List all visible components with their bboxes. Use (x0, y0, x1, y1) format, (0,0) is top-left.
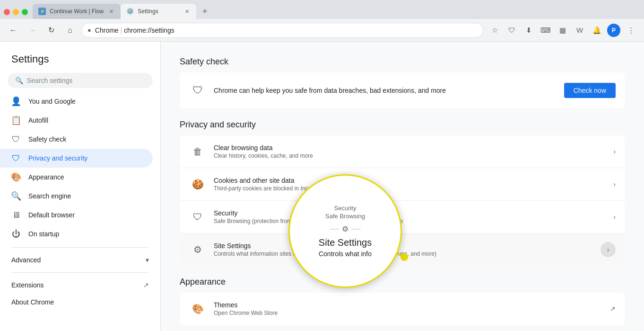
appearance-card: 🎨 Themes Open Chrome Web Store ↗ (180, 293, 625, 325)
minimize-window-button[interactable] (13, 9, 19, 15)
address-bar[interactable]: ● Chrome | chrome://settings (81, 23, 483, 38)
sidebar-divider (11, 247, 149, 248)
cookies-subtitle: Third-party cookies are blocked in Incog… (214, 185, 606, 192)
reload-button[interactable]: ↻ (44, 23, 59, 38)
sidebar-search-engine-label: Search engine (28, 192, 71, 200)
bookmark-icon[interactable]: ☆ (487, 23, 502, 38)
cookies-arrow: › (613, 180, 616, 188)
sidebar-item-appearance[interactable]: 🎨 Appearance (0, 168, 153, 187)
tab-continue-work[interactable]: ⚡ Continue Work | Flow ✕ (33, 4, 121, 19)
search-engine-icon: 🔍 (11, 191, 21, 201)
mag-top-label: Security (297, 205, 393, 212)
tab-settings[interactable]: ⚙️ Settings ✕ (121, 4, 196, 19)
site-settings-item[interactable]: ⚙ Site Settings Controls what informatio… (180, 233, 625, 266)
sidebar-on-startup-label: On startup (28, 230, 59, 238)
mag-main-title: Site Settings (297, 237, 393, 248)
tabs-row: ⚡ Continue Work | Flow ✕ ⚙️ Settings ✕ + (33, 4, 640, 19)
sidebar-item-search-engine[interactable]: 🔍 Search engine (0, 187, 153, 206)
browser-frame: ⚡ Continue Work | Flow ✕ ⚙️ Settings ✕ +… (0, 0, 644, 331)
startup-icon: ⏻ (11, 229, 21, 239)
search-placeholder: Search settings (27, 77, 73, 84)
sidebar-item-about[interactable]: About Chrome (0, 294, 160, 311)
check-now-button[interactable]: Check now (564, 83, 616, 98)
themes-item[interactable]: 🎨 Themes Open Chrome Web Store ↗ (180, 293, 625, 325)
keyboard-icon[interactable]: ⌨ (538, 23, 553, 38)
safety-icon: 🛡 (11, 134, 21, 144)
traffic-lights (4, 9, 28, 19)
safety-check-section-header: Safety check (180, 53, 625, 67)
themes-arrow: ↗ (610, 305, 616, 313)
privacy-security-section-header: Privacy and security (180, 116, 625, 130)
themes-text: Themes Open Chrome Web Store (214, 301, 602, 316)
site-settings-arrow-button[interactable]: › (600, 242, 616, 257)
security-title: Security (214, 209, 606, 217)
security-arrow: › (613, 213, 616, 221)
search-container: 🔍 Search settings (0, 73, 160, 92)
safety-check-text: Chrome can help keep you safe from data … (214, 87, 557, 94)
sidebar-privacy-label: Privacy and security (28, 154, 87, 162)
security-item[interactable]: 🛡 Security Safe Browsing (protection fro… (180, 201, 625, 233)
clear-browsing-subtitle: Clear history, cookies, cache, and more (214, 152, 606, 159)
sidebar-item-safety-check[interactable]: 🛡 Safety check (0, 130, 153, 149)
extension-shield-icon[interactable]: 🛡 (504, 23, 519, 38)
site-settings-icon: ⚙ (189, 241, 206, 258)
mag-main-subtitle: Controls what info (297, 250, 393, 258)
sidebar-default-browser-label: Default browser (28, 211, 75, 219)
sidebar-item-autofill[interactable]: 📋 Autofill (0, 111, 153, 130)
magnifier-overlay: Security Safe Browsing ⚙ Site Settings C… (288, 174, 402, 288)
new-tab-button[interactable]: + (198, 5, 211, 18)
cookies-item[interactable]: 🍪 Cookies and other site data Third-part… (180, 168, 625, 201)
site-settings-subtitle: Controls what information sites can use … (214, 250, 593, 257)
search-icon: 🔍 (15, 77, 23, 84)
sidebar-item-privacy[interactable]: 🛡 Privacy and security (0, 149, 153, 168)
tab-favicon-continue: ⚡ (38, 8, 46, 15)
home-button[interactable]: ⌂ (62, 23, 78, 38)
sidebar-item-advanced[interactable]: Advanced ▾ (0, 251, 160, 268)
menu-button[interactable]: ⋮ (623, 23, 638, 38)
sidebar-title: Settings (0, 45, 160, 73)
mag-settings-icon: ⚙ (342, 224, 348, 233)
page-content: Settings 🔍 Search settings 👤 You and Goo… (0, 42, 644, 331)
autofill-icon: 📋 (11, 116, 21, 125)
advanced-label: Advanced (11, 256, 138, 264)
notifications-icon[interactable]: 🔔 (589, 23, 604, 38)
profile-button[interactable]: P (606, 23, 621, 38)
clear-browsing-text: Clear browsing data Clear history, cooki… (214, 144, 606, 159)
appearance-section-header: Appearance (180, 273, 625, 287)
tab-settings-close[interactable]: ✕ (183, 8, 191, 15)
clear-browsing-title: Clear browsing data (214, 144, 606, 152)
cookies-text: Cookies and other site data Third-party … (214, 177, 606, 192)
advanced-chevron-icon: ▾ (146, 256, 149, 264)
tab-continue-close[interactable]: ✕ (107, 8, 115, 15)
address-chrome: Chrome (95, 27, 119, 34)
mag-top-sublabel: Safe Browsing (297, 213, 393, 220)
wikipedia-icon[interactable]: W (572, 23, 587, 38)
forward-button[interactable]: → (25, 23, 40, 38)
themes-subtitle: Open Chrome Web Store (214, 310, 602, 316)
main-content: Safety check 🛡 Chrome can help keep you … (161, 42, 644, 331)
sidebar-item-default-browser[interactable]: 🖥 Default browser (0, 206, 153, 224)
sidebar: Settings 🔍 Search settings 👤 You and Goo… (0, 42, 161, 331)
clear-browsing-item[interactable]: 🗑 Clear browsing data Clear history, coo… (180, 135, 625, 168)
tab-favicon-settings: ⚙️ (126, 8, 134, 15)
nav-bar: ← → ↻ ⌂ ● Chrome | chrome://settings ☆ 🛡… (0, 19, 644, 42)
safety-check-card: 🛡 Chrome can help keep you safe from dat… (180, 72, 625, 108)
close-window-button[interactable] (4, 9, 10, 15)
site-settings-title: Site Settings (214, 242, 593, 250)
back-button[interactable]: ← (6, 23, 21, 38)
download-icon[interactable]: ⬇ (521, 23, 536, 38)
title-bar: ⚡ Continue Work | Flow ✕ ⚙️ Settings ✕ + (0, 0, 644, 19)
privacy-security-card: 🗑 Clear browsing data Clear history, coo… (180, 135, 625, 266)
nav-right-icons: ☆ 🛡 ⬇ ⌨ ▦ W 🔔 P ⋮ (487, 23, 638, 38)
clear-browsing-icon: 🗑 (189, 143, 206, 160)
sidebar-item-extensions[interactable]: Extensions ↗ (0, 277, 160, 294)
maximize-window-button[interactable] (22, 9, 28, 15)
address-icon: ● (87, 27, 91, 34)
cookies-icon: 🍪 (189, 176, 206, 193)
safety-check-icon: 🛡 (189, 82, 206, 99)
search-bar[interactable]: 🔍 Search settings (8, 73, 153, 88)
extensions-external-icon: ↗ (143, 281, 149, 289)
sidebar-item-on-startup[interactable]: ⏻ On startup (0, 224, 153, 243)
sidebar-item-you-google[interactable]: 👤 You and Google (0, 92, 153, 111)
grid-icon[interactable]: ▦ (555, 23, 570, 38)
